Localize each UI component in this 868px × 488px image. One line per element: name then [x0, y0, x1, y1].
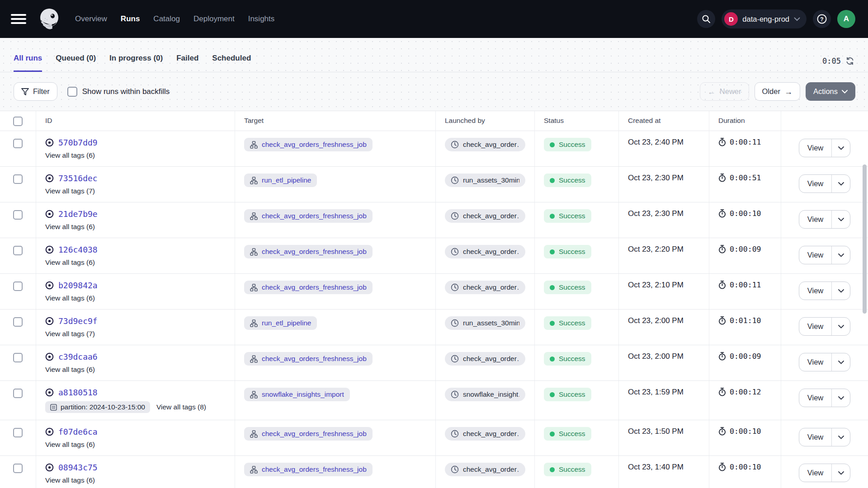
view-button[interactable]: View	[799, 139, 831, 157]
run-id-link[interactable]: 570b7dd9	[58, 138, 98, 147]
run-id-link[interactable]: 126c4038	[58, 245, 98, 254]
partition-tag[interactable]: partition: 2024-10-23-15:00	[45, 401, 150, 413]
launched-by-pill[interactable]: run_assets_30min	[445, 316, 525, 330]
view-button[interactable]: View	[799, 428, 831, 446]
view-dropdown-button[interactable]	[831, 389, 850, 407]
view-all-tags-link[interactable]: View all tags (7)	[45, 187, 95, 195]
target-job-pill[interactable]: check_avg_orders_freshness_job	[244, 138, 373, 151]
row-checkbox[interactable]	[13, 317, 23, 327]
row-checkbox[interactable]	[13, 246, 23, 255]
deployment-switcher[interactable]: D data-eng-prod	[722, 9, 807, 28]
scrollbar-thumb[interactable]	[863, 164, 867, 314]
dagster-logo-icon[interactable]	[36, 6, 62, 32]
show-backfills-toggle[interactable]: Show runs within backfills	[67, 87, 170, 97]
launched-by-pill[interactable]: check_avg_order…	[445, 245, 525, 258]
launched-by-pill[interactable]: check_avg_order…	[445, 352, 525, 366]
top-nav: Overview Runs Catalog Deployment Insight…	[0, 0, 868, 38]
nav-item-overview[interactable]: Overview	[75, 14, 107, 23]
launched-by-pill[interactable]: snowflake_insight…	[445, 388, 525, 401]
launched-by-pill[interactable]: check_avg_order…	[445, 138, 525, 151]
run-id-link[interactable]: 73d9ec9f	[58, 316, 98, 326]
launched-by-pill[interactable]: check_avg_order…	[445, 427, 525, 441]
view-dropdown-button[interactable]	[831, 175, 850, 192]
view-all-tags-link[interactable]: View all tags (6)	[45, 294, 95, 302]
target-job-pill[interactable]: check_avg_orders_freshness_job	[244, 245, 373, 258]
menu-icon[interactable]	[11, 13, 26, 25]
view-dropdown-button[interactable]	[831, 211, 850, 228]
tab-scheduled[interactable]: Scheduled	[212, 54, 251, 72]
help-button[interactable]: ?	[813, 10, 831, 28]
actions-button[interactable]: Actions	[806, 82, 855, 101]
newer-button[interactable]: ← Newer	[700, 82, 749, 101]
user-avatar[interactable]: A	[837, 10, 855, 28]
tab-failed[interactable]: Failed	[176, 54, 198, 72]
view-button[interactable]: View	[799, 353, 831, 371]
older-button[interactable]: Older →	[755, 82, 800, 101]
row-checkbox[interactable]	[13, 428, 23, 437]
view-button[interactable]: View	[799, 389, 831, 407]
target-job-pill[interactable]: check_avg_orders_freshness_job	[244, 209, 373, 223]
vertical-scrollbar[interactable]	[863, 151, 867, 485]
run-id-link[interactable]: c39dcaa6	[58, 352, 98, 361]
target-job-pill[interactable]: check_avg_orders_freshness_job	[244, 352, 373, 366]
run-id-link[interactable]: 73516dec	[58, 174, 98, 183]
view-dropdown-button[interactable]	[831, 464, 850, 482]
filter-button[interactable]: Filter	[14, 82, 57, 101]
launched-by-pill[interactable]: check_avg_order…	[445, 209, 525, 223]
row-checkbox[interactable]	[13, 389, 23, 398]
nav-item-catalog[interactable]: Catalog	[153, 14, 180, 23]
row-checkbox[interactable]	[13, 353, 23, 362]
view-button[interactable]: View	[799, 464, 831, 482]
run-id-link[interactable]: f07de6ca	[58, 427, 98, 436]
table-body: 570b7dd9 View all tags (6) check_avg_ord…	[0, 131, 868, 488]
view-dropdown-button[interactable]	[831, 428, 850, 446]
row-checkbox[interactable]	[13, 464, 23, 473]
view-all-tags-link[interactable]: View all tags (6)	[45, 441, 95, 449]
view-button[interactable]: View	[799, 318, 831, 335]
target-job-pill[interactable]: check_avg_orders_freshness_job	[244, 463, 373, 476]
view-button[interactable]: View	[799, 282, 831, 300]
tab-in-progress[interactable]: In progress (0)	[109, 54, 163, 72]
row-checkbox[interactable]	[13, 282, 23, 291]
launched-by-pill[interactable]: check_avg_order…	[445, 281, 525, 294]
run-id-link[interactable]: 21de7b9e	[58, 209, 98, 219]
row-checkbox[interactable]	[13, 139, 23, 148]
job-hierarchy-icon	[250, 248, 258, 256]
target-job-pill[interactable]: check_avg_orders_freshness_job	[244, 427, 373, 441]
search-button[interactable]	[697, 10, 715, 28]
target-job-pill[interactable]: check_avg_orders_freshness_job	[244, 281, 373, 294]
view-dropdown-button[interactable]	[831, 318, 850, 335]
launched-by-pill[interactable]: check_avg_order…	[445, 463, 525, 476]
view-all-tags-link[interactable]: View all tags (6)	[45, 151, 95, 160]
run-id-link[interactable]: b209842a	[58, 281, 98, 290]
view-button[interactable]: View	[799, 246, 831, 264]
show-backfills-checkbox[interactable]	[67, 87, 77, 97]
view-all-tags-link[interactable]: View all tags (6)	[45, 366, 95, 374]
view-dropdown-button[interactable]	[831, 139, 850, 157]
refresh-icon[interactable]	[845, 56, 854, 66]
view-all-tags-link[interactable]: View all tags (7)	[45, 330, 95, 338]
tab-queued[interactable]: Queued (0)	[56, 54, 96, 72]
tab-all-runs[interactable]: All runs	[14, 54, 42, 72]
row-checkbox[interactable]	[13, 210, 23, 220]
view-all-tags-link[interactable]: View all tags (6)	[45, 476, 95, 484]
launched-by-pill[interactable]: run_assets_30min	[445, 174, 525, 187]
select-all-checkbox[interactable]	[13, 117, 23, 126]
view-all-tags-link[interactable]: View all tags (6)	[45, 223, 95, 231]
nav-item-insights[interactable]: Insights	[248, 14, 275, 23]
view-dropdown-button[interactable]	[831, 246, 850, 264]
view-all-tags-link[interactable]: View all tags (6)	[45, 258, 95, 267]
run-id-link[interactable]: 08943c75	[58, 463, 98, 472]
run-id-link[interactable]: a8180518	[58, 388, 98, 397]
target-job-pill[interactable]: snowflake_insights_import	[244, 388, 350, 401]
target-job-pill[interactable]: run_etl_pipeline	[244, 174, 317, 187]
view-button[interactable]: View	[799, 175, 831, 192]
target-job-pill[interactable]: run_etl_pipeline	[244, 316, 317, 330]
view-dropdown-button[interactable]	[831, 353, 850, 371]
nav-item-runs[interactable]: Runs	[121, 14, 140, 23]
nav-item-deployment[interactable]: Deployment	[193, 14, 235, 23]
view-dropdown-button[interactable]	[831, 282, 850, 300]
view-button[interactable]: View	[799, 211, 831, 228]
view-all-tags-link[interactable]: View all tags (8)	[156, 403, 206, 411]
row-checkbox[interactable]	[13, 174, 23, 184]
